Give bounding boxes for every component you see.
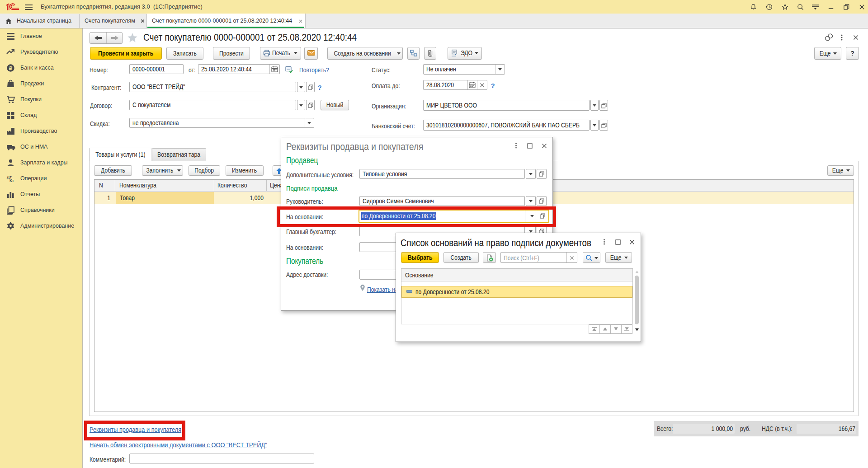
svg-text:Кт: Кт (9, 178, 14, 183)
svg-text:₽: ₽ (9, 66, 12, 71)
